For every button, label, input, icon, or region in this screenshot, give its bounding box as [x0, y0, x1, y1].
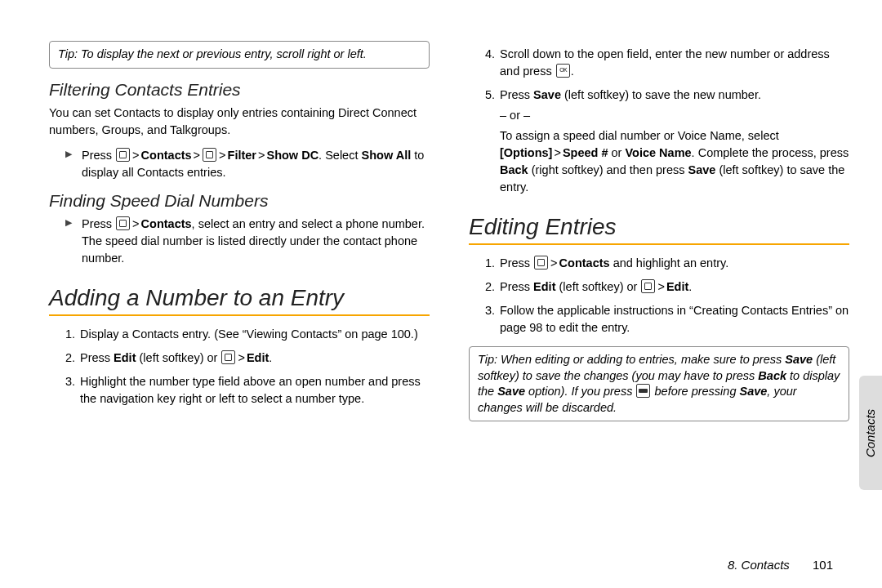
bullet-filter: Press >Contacts>>Filter>Show DC. Select … [82, 147, 430, 181]
step-add-2: Press Edit (left softkey) or >Edit. [78, 350, 430, 367]
divider [49, 314, 430, 316]
step-edit-3: Follow the applicable instructions in “C… [498, 302, 849, 336]
tip-box-scroll: Tip: To display the next or previous ent… [49, 41, 430, 69]
step-edit-1: Press >Contacts and highlight an entry. [498, 255, 849, 272]
heading-editing-entries: Editing Entries [469, 214, 849, 240]
menu-key-icon [203, 148, 216, 162]
tip-label: Tip: [478, 353, 497, 366]
page-number: 101 [813, 558, 833, 572]
section-tab-label: Contacts [864, 408, 878, 457]
step-add-3: Highlight the number type field above an… [78, 373, 430, 408]
left-column: Tip: To display the next or previous ent… [49, 41, 430, 433]
step-add-4: Scroll down to the open field, enter the… [498, 46, 849, 80]
heading-adding-number: Adding a Number to an Entry [49, 285, 430, 311]
right-column: Scroll down to the open field, enter the… [469, 41, 849, 433]
tip-label: Tip: [58, 47, 78, 60]
bullet-speed-dial: Press >Contacts, select an entry and sel… [82, 216, 430, 267]
para-filtering: You can set Contacts to display only ent… [49, 105, 430, 139]
ok-key-icon [556, 64, 570, 78]
step-add-1: Display a Contacts entry. (See “Viewing … [78, 326, 430, 343]
tip-text: To display the next or previous entry, s… [78, 47, 367, 60]
page-footer: 8. Contacts 101 [728, 558, 833, 572]
section-tab: Contacts [859, 376, 882, 490]
end-key-icon [636, 384, 650, 398]
heading-filtering: Filtering Contacts Entries [49, 80, 430, 100]
menu-key-icon [641, 279, 655, 293]
menu-key-icon [116, 216, 130, 230]
tip-box-save: Tip: When editing or adding to entries, … [469, 346, 849, 421]
footer-section: 8. Contacts [728, 558, 790, 572]
menu-key-icon [221, 350, 235, 364]
step-add-5: Press Save (left softkey) to save the ne… [498, 87, 849, 196]
heading-speed-dial: Finding Speed Dial Numbers [49, 191, 430, 211]
step-edit-2: Press Edit (left softkey) or >Edit. [498, 278, 849, 296]
divider [469, 243, 849, 245]
menu-key-icon [116, 148, 130, 162]
menu-key-icon [534, 256, 548, 270]
